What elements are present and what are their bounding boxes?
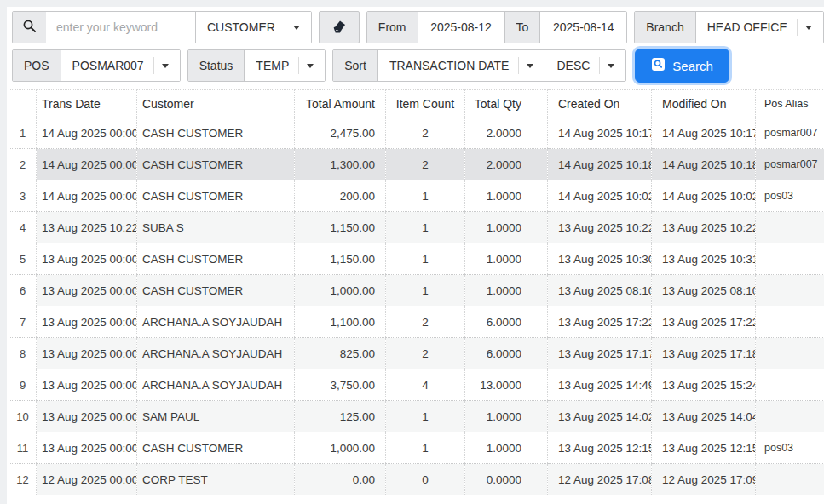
- trans-date-cell: 13 Aug 2025 00:00: [37, 275, 137, 306]
- pos-select[interactable]: POSMAR007: [61, 50, 180, 81]
- search-type-value: CUSTOMER: [207, 20, 275, 34]
- modified-on-cell: 14 Aug 2025 10:02: [652, 180, 756, 212]
- trans-date-cell: 13 Aug 2025 10:22: [37, 212, 137, 243]
- customer-cell: CASH CUSTOMER: [137, 243, 295, 275]
- row-number: 7: [9, 306, 37, 338]
- header-total-qty[interactable]: Total Qty: [465, 90, 548, 117]
- search-button-icon: [651, 57, 666, 74]
- toolbar-row-1: CUSTOMER From 2025-08-12 To 2025-08-14: [12, 11, 824, 43]
- main-panel: CUSTOMER From 2025-08-12 To 2025-08-14: [7, 7, 824, 504]
- search-icon-button[interactable]: [13, 12, 46, 43]
- trans-date-cell: 14 Aug 2025 00:00: [37, 117, 137, 149]
- pos-alias-cell: [756, 369, 824, 401]
- chevron-down-icon: [285, 19, 300, 36]
- chevron-down-icon: [298, 57, 314, 74]
- item-count-cell: 2: [386, 149, 465, 180]
- created-on-cell: 13 Aug 2025 14:49: [548, 369, 652, 401]
- total-amount-cell: 1,300.00: [295, 149, 386, 180]
- customer-cell: SAM PAUL: [137, 401, 295, 432]
- total-amount-cell: 1,150.00: [295, 243, 386, 275]
- pos-alias-cell: [756, 401, 824, 432]
- pos-alias-cell: posmar007: [756, 149, 824, 180]
- table-row[interactable]: 1013 Aug 2025 00:00SAM PAUL125.0011.0000…: [9, 401, 824, 432]
- modified-on-cell: 14 Aug 2025 10:17: [652, 117, 756, 149]
- sort-direction-select[interactable]: DESC: [545, 50, 625, 81]
- modified-on-cell: 14 Aug 2025 10:18: [652, 149, 756, 180]
- table-row[interactable]: 813 Aug 2025 00:00ARCHANA.A SOYJAUDAH825…: [9, 338, 824, 369]
- table-row[interactable]: 1212 Aug 2025 00:00CORP TEST0.0000.00001…: [9, 464, 824, 495]
- item-count-cell: 1: [386, 180, 465, 212]
- header-customer[interactable]: Customer: [137, 90, 295, 117]
- table-row[interactable]: 114 Aug 2025 00:00CASH CUSTOMER2,475.002…: [9, 117, 824, 149]
- customer-cell: ARCHANA.A SOYJAUDAH: [137, 306, 295, 338]
- pos-alias-cell: posmar007: [756, 117, 824, 149]
- trans-date-cell: 13 Aug 2025 00:00: [37, 401, 137, 432]
- status-group: Status TEMP: [187, 49, 326, 82]
- total-amount-cell: 3,750.00: [295, 369, 386, 401]
- total-qty-cell: 1.0000: [465, 180, 548, 212]
- table-row[interactable]: 314 Aug 2025 00:00CASH CUSTOMER200.0011.…: [9, 180, 824, 212]
- header-created-on[interactable]: Created On: [548, 90, 652, 117]
- header-total-amount[interactable]: Total Amount: [295, 90, 386, 117]
- pos-group: POS POSMAR007: [12, 49, 181, 82]
- status-label: Status: [188, 50, 245, 81]
- keyword-search-group: CUSTOMER: [12, 11, 312, 43]
- created-on-cell: 13 Aug 2025 12:15: [548, 432, 652, 464]
- table-row[interactable]: 513 Aug 2025 00:00CASH CUSTOMER1,150.001…: [9, 243, 824, 275]
- customer-cell: CASH CUSTOMER: [137, 117, 295, 149]
- row-number: 11: [9, 432, 37, 464]
- chevron-down-icon: [518, 57, 533, 74]
- item-count-cell: 2: [386, 117, 465, 149]
- total-amount-cell: 125.00: [295, 401, 386, 432]
- customer-cell: CASH CUSTOMER: [137, 180, 295, 212]
- customer-cell: ARCHANA.A SOYJAUDAH: [137, 338, 295, 369]
- customer-cell: SUBA S: [137, 212, 295, 243]
- keyword-input[interactable]: [46, 12, 195, 43]
- total-amount-cell: 1,000.00: [295, 275, 386, 306]
- header-pos-alias[interactable]: Pos Alias: [756, 90, 824, 117]
- branch-select[interactable]: HEAD OFFICE: [695, 12, 823, 43]
- table-row[interactable]: 413 Aug 2025 10:22SUBA S1,150.0011.00001…: [9, 212, 824, 243]
- table-row[interactable]: 913 Aug 2025 00:00ARCHANA.A SOYJAUDAH3,7…: [9, 369, 824, 401]
- to-date-input[interactable]: 2025-08-14: [539, 12, 626, 43]
- trans-date-cell: 13 Aug 2025 00:00: [37, 338, 137, 369]
- chevron-down-icon: [797, 19, 812, 36]
- search-button[interactable]: Search: [635, 49, 729, 83]
- header-modified-on[interactable]: Modified On: [652, 90, 756, 117]
- modified-on-cell: 13 Aug 2025 15:24: [652, 369, 756, 401]
- table-row[interactable]: 613 Aug 2025 00:00CASH CUSTOMER1,000.001…: [9, 275, 824, 306]
- header-item-count[interactable]: Item Count: [386, 90, 465, 117]
- pos-alias-cell: pos03: [756, 432, 824, 464]
- table-body: 114 Aug 2025 00:00CASH CUSTOMER2,475.002…: [9, 117, 824, 495]
- date-range-group: From 2025-08-12 To 2025-08-14: [366, 11, 627, 43]
- pos-alias-cell: [756, 338, 824, 369]
- modified-on-cell: 13 Aug 2025 10:22: [652, 212, 756, 243]
- status-select[interactable]: TEMP: [244, 50, 325, 81]
- header-trans-date[interactable]: Trans Date: [37, 90, 137, 117]
- search-icon: [22, 19, 37, 36]
- chevron-down-icon: [153, 57, 169, 74]
- table-row[interactable]: 214 Aug 2025 00:00CASH CUSTOMER1,300.002…: [9, 149, 824, 180]
- sort-direction-value: DESC: [556, 59, 590, 72]
- pos-alias-cell: [756, 275, 824, 306]
- clear-filters-button[interactable]: [319, 11, 360, 43]
- modified-on-cell: 13 Aug 2025 12:15: [652, 432, 756, 464]
- total-amount-cell: 2,475.00: [295, 117, 386, 149]
- item-count-cell: 1: [386, 432, 465, 464]
- modified-on-cell: 13 Aug 2025 17:22: [652, 306, 756, 338]
- sort-label: Sort: [333, 50, 377, 81]
- sort-field-select[interactable]: TRANSACTION DATE: [377, 50, 545, 81]
- created-on-cell: 13 Aug 2025 17:22: [548, 306, 652, 338]
- table-row[interactable]: 713 Aug 2025 00:00ARCHANA.A SOYJAUDAH1,1…: [9, 306, 824, 338]
- row-number: 8: [9, 338, 37, 369]
- table-row[interactable]: 1113 Aug 2025 00:00CASH CUSTOMER1,000.00…: [9, 432, 824, 464]
- total-qty-cell: 1.0000: [465, 275, 548, 306]
- search-type-select[interactable]: CUSTOMER: [195, 12, 311, 43]
- pos-alias-cell: pos03: [756, 180, 824, 212]
- branch-label: Branch: [635, 12, 694, 43]
- total-amount-cell: 200.00: [295, 180, 386, 212]
- from-date-input[interactable]: 2025-08-12: [418, 12, 504, 43]
- total-qty-cell: 6.0000: [465, 338, 548, 369]
- customer-cell: CORP TEST: [137, 464, 295, 495]
- total-qty-cell: 2.0000: [465, 117, 548, 149]
